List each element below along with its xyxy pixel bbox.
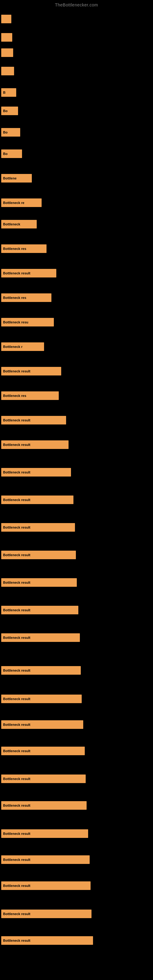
bar-label-8: Bottlene xyxy=(3,177,16,180)
result-bar-18: Bottleneck result xyxy=(1,416,66,425)
bar-label-34: Bottleneck result xyxy=(3,858,30,861)
result-bar-4: B xyxy=(1,88,16,97)
bar-wrapper-18: Bottleneck result xyxy=(1,416,66,425)
result-bar-14: Bottleneck resu xyxy=(1,318,54,326)
result-bar-30: Bottleneck result xyxy=(1,747,85,755)
bar-wrapper-34: Bottleneck result xyxy=(1,855,90,864)
bar-wrapper-32: Bottleneck result xyxy=(1,801,87,810)
result-bar-12: Bottleneck result xyxy=(1,269,56,277)
result-bar-28: Bottleneck result xyxy=(1,695,82,703)
bar-label-29: Bottleneck result xyxy=(3,723,30,726)
bar-label-30: Bottleneck result xyxy=(3,749,30,753)
bar-wrapper-24: Bottleneck result xyxy=(1,578,77,587)
bar-label-12: Bottleneck result xyxy=(3,271,30,275)
result-bar-33: Bottleneck result xyxy=(1,829,88,838)
bar-wrapper-5: Bo xyxy=(1,107,18,115)
bar-label-13: Bottleneck res xyxy=(3,296,26,299)
result-bar-11: Bottleneck res xyxy=(1,244,46,253)
bar-wrapper-30: Bottleneck result xyxy=(1,747,85,755)
result-bar-19: Bottleneck result xyxy=(1,441,69,449)
bar-wrapper-11: Bottleneck res xyxy=(1,244,46,253)
result-bar-29: Bottleneck result xyxy=(1,720,83,729)
bar-wrapper-8: Bottlene xyxy=(1,174,32,183)
bar-label-37: Bottleneck result xyxy=(3,939,30,942)
result-bar-20: Bottleneck result xyxy=(1,468,71,477)
bar-label-33: Bottleneck result xyxy=(3,832,30,835)
bar-label-5: Bo xyxy=(3,109,8,113)
result-bar-15: Bottleneck r xyxy=(1,342,44,351)
bar-wrapper-13: Bottleneck res xyxy=(1,293,51,302)
bar-wrapper-33: Bottleneck result xyxy=(1,829,88,838)
bar-wrapper-10: Bottleneck xyxy=(1,220,37,229)
bar-label-18: Bottleneck result xyxy=(3,418,30,422)
bar-label-27: Bottleneck result xyxy=(3,668,30,672)
result-bar-16: Bottleneck result xyxy=(1,367,61,375)
result-bar-35: Bottleneck result xyxy=(1,881,91,890)
bar-wrapper-25: Bottleneck result xyxy=(1,606,78,614)
result-bar-24: Bottleneck result xyxy=(1,578,77,587)
bar-wrapper-36: Bottleneck result xyxy=(1,910,91,918)
bar-label-32: Bottleneck result xyxy=(3,803,30,807)
bar-wrapper-26: Bottleneck result xyxy=(1,633,80,642)
bar-wrapper-3 xyxy=(1,67,14,75)
result-bar-32: Bottleneck result xyxy=(1,801,87,810)
result-bar-34: Bottleneck result xyxy=(1,855,90,864)
bar-wrapper-9: Bottleneck re xyxy=(1,199,41,207)
bar-label-17: Bottleneck res xyxy=(3,394,26,398)
bar-wrapper-31: Bottleneck result xyxy=(1,775,86,783)
bar-label-35: Bottleneck result xyxy=(3,884,30,888)
result-bar-3 xyxy=(1,67,14,75)
result-bar-17: Bottleneck res xyxy=(1,391,59,400)
bar-wrapper-0 xyxy=(1,15,11,23)
bar-label-25: Bottleneck result xyxy=(3,608,30,612)
bar-label-31: Bottleneck result xyxy=(3,777,30,781)
bar-label-24: Bottleneck result xyxy=(3,581,30,584)
bar-wrapper-6: Bo xyxy=(1,128,20,137)
bar-wrapper-22: Bottleneck result xyxy=(1,523,75,531)
result-bar-26: Bottleneck result xyxy=(1,633,80,642)
bar-wrapper-14: Bottleneck resu xyxy=(1,318,54,326)
bar-wrapper-15: Bottleneck r xyxy=(1,342,44,351)
result-bar-5: Bo xyxy=(1,107,18,115)
bar-wrapper-35: Bottleneck result xyxy=(1,881,91,890)
bar-wrapper-27: Bottleneck result xyxy=(1,666,81,675)
result-bar-7: Bo xyxy=(1,150,22,158)
bar-wrapper-16: Bottleneck result xyxy=(1,367,61,375)
result-bar-2 xyxy=(1,48,13,57)
bar-wrapper-23: Bottleneck result xyxy=(1,550,76,559)
result-bar-27: Bottleneck result xyxy=(1,666,81,675)
result-bar-10: Bottleneck xyxy=(1,220,37,229)
result-bar-37: Bottleneck result xyxy=(1,936,93,945)
site-title: TheBottlenecker.com xyxy=(0,0,153,9)
bar-wrapper-37: Bottleneck result xyxy=(1,936,93,945)
result-bar-23: Bottleneck result xyxy=(1,550,76,559)
bar-wrapper-28: Bottleneck result xyxy=(1,695,82,703)
bar-label-14: Bottleneck resu xyxy=(3,320,29,324)
bar-wrapper-29: Bottleneck result xyxy=(1,720,83,729)
bar-label-11: Bottleneck res xyxy=(3,247,26,250)
bar-wrapper-4: B xyxy=(1,88,16,97)
result-bar-13: Bottleneck res xyxy=(1,293,51,302)
bar-wrapper-12: Bottleneck result xyxy=(1,269,56,277)
result-bar-25: Bottleneck result xyxy=(1,606,78,614)
bar-label-10: Bottleneck xyxy=(3,222,20,226)
bar-wrapper-19: Bottleneck result xyxy=(1,441,69,449)
result-bar-21: Bottleneck result xyxy=(1,495,73,504)
bar-label-6: Bo xyxy=(3,130,8,134)
result-bar-8: Bottlene xyxy=(1,174,32,183)
bar-label-15: Bottleneck r xyxy=(3,345,22,348)
bar-label-23: Bottleneck result xyxy=(3,553,30,557)
bar-label-20: Bottleneck result xyxy=(3,470,30,474)
bar-wrapper-21: Bottleneck result xyxy=(1,495,73,504)
bar-label-22: Bottleneck result xyxy=(3,525,30,529)
bar-label-7: Bo xyxy=(3,152,8,156)
bar-label-9: Bottleneck re xyxy=(3,201,24,205)
bar-label-28: Bottleneck result xyxy=(3,697,30,701)
bar-wrapper-7: Bo xyxy=(1,150,22,158)
bar-label-4: B xyxy=(3,91,5,94)
result-bar-31: Bottleneck result xyxy=(1,775,86,783)
bar-label-26: Bottleneck result xyxy=(3,636,30,640)
result-bar-6: Bo xyxy=(1,128,20,137)
result-bar-0 xyxy=(1,15,11,23)
bar-wrapper-17: Bottleneck res xyxy=(1,391,59,400)
